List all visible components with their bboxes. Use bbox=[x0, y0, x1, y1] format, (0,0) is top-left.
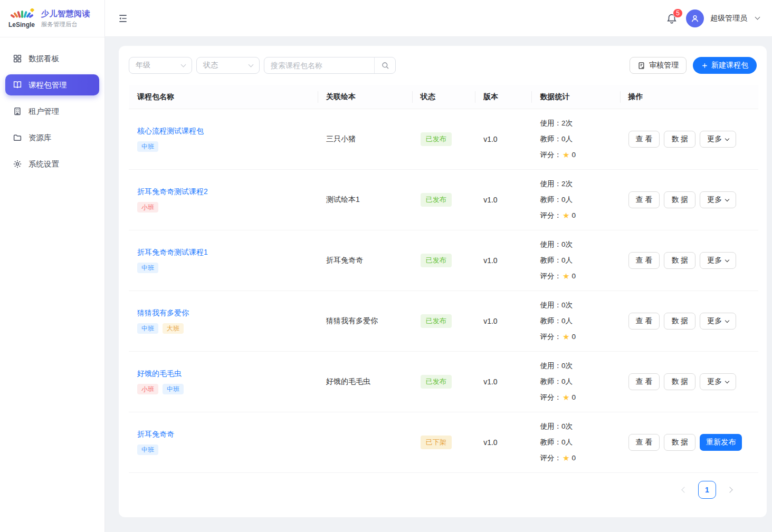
pagination-next-button[interactable] bbox=[723, 482, 738, 497]
user-icon bbox=[690, 13, 700, 24]
stat-label: 教师： bbox=[540, 192, 561, 208]
sidebar-item-label: 资源库 bbox=[28, 133, 52, 143]
view-button[interactable]: 查 看 bbox=[628, 373, 660, 390]
view-button[interactable]: 查 看 bbox=[628, 252, 660, 269]
republish-button[interactable]: 重新发布 bbox=[700, 434, 742, 451]
status-select[interactable]: 状态 bbox=[196, 57, 260, 74]
stat-label: 教师： bbox=[540, 131, 561, 147]
book-name: 猜猜我有多爱你 bbox=[326, 316, 378, 325]
stat-value: 0次 bbox=[561, 358, 573, 374]
data-button[interactable]: 数 据 bbox=[664, 191, 695, 208]
grade-select[interactable]: 年级 bbox=[129, 57, 192, 74]
notifications-button[interactable]: 5 bbox=[666, 13, 678, 24]
stats-cell: 使用：0次教师：0人评分：★0 bbox=[531, 419, 619, 466]
stat-label: 使用： bbox=[540, 115, 561, 131]
pagination-prev-button[interactable] bbox=[676, 482, 691, 497]
create-course-package-button[interactable]: 新建课程包 bbox=[693, 57, 757, 74]
more-button[interactable]: 更多 bbox=[700, 313, 736, 330]
course-package-link[interactable]: 好饿的毛毛虫 bbox=[137, 369, 182, 379]
grade-tags: 中班 bbox=[137, 263, 309, 273]
course-package-link[interactable]: 折耳兔奇奇测试课程2 bbox=[137, 187, 208, 197]
view-button[interactable]: 查 看 bbox=[628, 434, 660, 451]
more-button[interactable]: 更多 bbox=[700, 252, 736, 269]
stat-line: 评分：★0 bbox=[540, 450, 611, 466]
stat-line: 使用：2次 bbox=[540, 115, 611, 131]
grade-tag: 中班 bbox=[163, 384, 184, 394]
version-label: v1.0 bbox=[483, 256, 497, 265]
star-icon: ★ bbox=[563, 208, 569, 224]
stats-cell: 使用：0次教师：0人评分：★0 bbox=[531, 237, 619, 284]
stat-label: 使用： bbox=[540, 419, 561, 434]
filter-bar: 年级 状态 审核管理 bbox=[119, 46, 767, 74]
view-button[interactable]: 查 看 bbox=[628, 313, 660, 330]
column-header-version: 版本 bbox=[475, 92, 531, 102]
stat-value: 2次 bbox=[561, 176, 573, 192]
table-row: 猜猜我有多爱你 中班大班 猜猜我有多爱你 已发布 v1.0 使用：0次教师：0人… bbox=[129, 291, 758, 352]
topbar: 5 超级管理员 bbox=[105, 0, 772, 37]
stat-value: 0 bbox=[571, 268, 576, 284]
stat-label: 评分： bbox=[540, 268, 561, 284]
stat-label: 评分： bbox=[540, 450, 561, 466]
folder-icon bbox=[13, 133, 22, 142]
brand-title: 少儿智慧阅读 bbox=[41, 9, 90, 19]
brand-logo: LeSingle bbox=[6, 8, 37, 28]
grade-select-placeholder: 年级 bbox=[136, 61, 150, 70]
chevron-down-icon[interactable] bbox=[755, 15, 760, 20]
search-button[interactable] bbox=[374, 57, 395, 73]
stat-line: 评分：★0 bbox=[540, 390, 611, 405]
course-package-card: 年级 状态 审核管理 bbox=[119, 46, 767, 517]
sidebar-item-label: 课程包管理 bbox=[28, 80, 67, 90]
stat-label: 教师： bbox=[540, 374, 561, 390]
sidebar-item-label: 数据看板 bbox=[28, 54, 59, 64]
grade-tag: 中班 bbox=[137, 263, 158, 273]
view-button[interactable]: 查 看 bbox=[628, 131, 660, 148]
status-badge: 已发布 bbox=[421, 132, 452, 146]
book-name: 三只小猪 bbox=[326, 134, 356, 143]
avatar[interactable] bbox=[686, 9, 704, 27]
course-package-link[interactable]: 折耳兔奇奇测试课程1 bbox=[137, 248, 208, 257]
data-button[interactable]: 数 据 bbox=[664, 313, 695, 330]
course-package-link[interactable]: 折耳兔奇奇 bbox=[137, 430, 174, 439]
more-button[interactable]: 更多 bbox=[700, 191, 736, 208]
chevron-down-icon bbox=[725, 318, 729, 322]
stat-label: 使用： bbox=[540, 297, 561, 313]
sidebar-collapse-button[interactable] bbox=[118, 13, 128, 24]
sidebar-item-course-packages[interactable]: 课程包管理 bbox=[5, 74, 99, 95]
column-header-status: 状态 bbox=[412, 92, 475, 102]
brand-logo-text: LeSingle bbox=[8, 21, 35, 28]
pagination-page-1[interactable]: 1 bbox=[698, 481, 716, 499]
review-management-button[interactable]: 审核管理 bbox=[630, 57, 687, 74]
grade-tag: 中班 bbox=[137, 444, 158, 455]
sidebar-item-dashboard[interactable]: 数据看板 bbox=[5, 48, 99, 69]
user-name[interactable]: 超级管理员 bbox=[710, 14, 747, 23]
star-icon: ★ bbox=[563, 329, 569, 345]
stats-cell: 使用：2次教师：0人评分：★0 bbox=[531, 115, 619, 163]
data-button[interactable]: 数 据 bbox=[664, 434, 695, 451]
sidebar-item-settings[interactable]: 系统设置 bbox=[5, 153, 99, 175]
brand-subtitle: 服务管理后台 bbox=[41, 21, 90, 28]
more-button[interactable]: 更多 bbox=[700, 131, 736, 148]
stat-label: 使用： bbox=[540, 237, 561, 253]
sidebar-item-tenants[interactable]: 租户管理 bbox=[5, 101, 99, 122]
grade-tag: 大班 bbox=[163, 323, 184, 334]
stat-value: 0人 bbox=[561, 253, 573, 268]
search-input[interactable] bbox=[264, 61, 374, 70]
gear-icon bbox=[13, 159, 22, 169]
main-content: 年级 状态 审核管理 bbox=[105, 37, 772, 532]
plus-icon bbox=[701, 62, 708, 69]
course-package-link[interactable]: 核心流程测试课程包 bbox=[137, 127, 204, 136]
status-badge: 已发布 bbox=[421, 375, 452, 389]
chevron-down-icon bbox=[725, 136, 729, 140]
view-button[interactable]: 查 看 bbox=[628, 191, 660, 208]
version-label: v1.0 bbox=[483, 317, 497, 325]
course-package-link[interactable]: 猜猜我有多爱你 bbox=[137, 308, 189, 318]
data-button[interactable]: 数 据 bbox=[664, 131, 695, 148]
data-button[interactable]: 数 据 bbox=[664, 373, 695, 390]
version-label: v1.0 bbox=[483, 378, 497, 386]
stat-value: 0次 bbox=[561, 419, 573, 434]
grade-tags: 中班 bbox=[137, 141, 309, 152]
data-button[interactable]: 数 据 bbox=[664, 252, 695, 269]
sidebar-item-resources[interactable]: 资源库 bbox=[5, 127, 99, 148]
chevron-down-icon bbox=[181, 62, 186, 67]
more-button[interactable]: 更多 bbox=[700, 373, 736, 390]
